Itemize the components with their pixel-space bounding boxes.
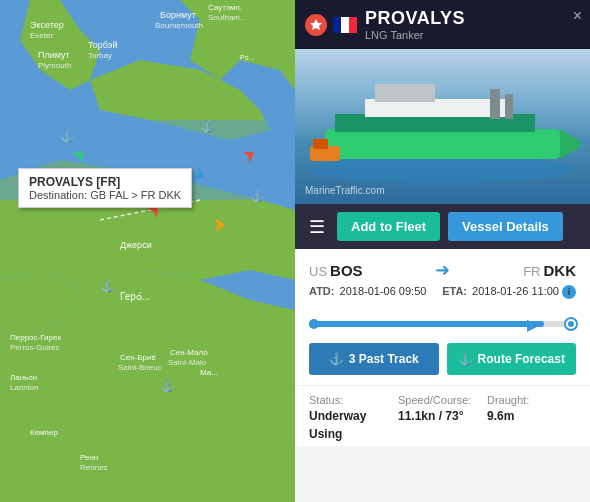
svg-text:Плимут: Плимут bbox=[38, 50, 70, 60]
svg-text:Кемпер: Кемпер bbox=[30, 428, 58, 437]
svg-text:⚓: ⚓ bbox=[60, 128, 75, 143]
svg-text:Rennes: Rennes bbox=[80, 463, 108, 472]
svg-text:Lannion: Lannion bbox=[10, 383, 38, 392]
header-info: PROVALYS LNG Tanker bbox=[365, 8, 580, 41]
eta-info: ETA: 2018-01-26 11:00 i bbox=[442, 285, 576, 299]
svg-text:⚓: ⚓ bbox=[100, 278, 115, 293]
watermark: MarineTraffic.com bbox=[305, 185, 384, 196]
svg-text:Po...: Po... bbox=[240, 54, 254, 61]
route-ports: USBOS ➜ FRDKK bbox=[309, 259, 576, 281]
past-track-icon: ⚓ bbox=[329, 352, 344, 366]
svg-text:Ма...: Ма... bbox=[200, 368, 218, 377]
tooltip-vessel-name: PROVALYS [FR] bbox=[29, 175, 181, 189]
menu-button[interactable]: ☰ bbox=[305, 216, 329, 238]
france-flag bbox=[333, 17, 357, 33]
speed-label: Speed/Course: bbox=[398, 394, 487, 406]
tooltip-destination: Destination: GB FAL > FR DKK bbox=[29, 189, 181, 201]
dest-country: FR bbox=[523, 264, 540, 279]
svg-text:Perros-Guirec: Perros-Guirec bbox=[10, 343, 60, 352]
svg-text:Перрос-Гирек: Перрос-Гирек bbox=[10, 333, 61, 342]
route-forecast-label: Route Forecast bbox=[478, 352, 565, 366]
ship-position-marker: ▶ bbox=[527, 315, 539, 334]
svg-rect-60 bbox=[313, 139, 328, 149]
svg-text:⚓: ⚓ bbox=[160, 378, 175, 393]
progress-start-dot bbox=[309, 319, 319, 329]
svg-text:⚓: ⚓ bbox=[250, 188, 265, 203]
route-arrow: ➜ bbox=[435, 259, 450, 281]
map-panel: Плимут Plymouth Торбэй Torbay Эксетер Ex… bbox=[0, 0, 295, 502]
svg-text:Southam..: Southam.. bbox=[208, 13, 244, 22]
svg-text:Торбэй: Торбэй bbox=[88, 40, 117, 50]
svg-rect-52 bbox=[325, 129, 560, 159]
status-label: Status: bbox=[309, 394, 398, 406]
map-tooltip: PROVALYS [FR] Destination: GB FAL > FR D… bbox=[18, 168, 192, 208]
svg-rect-49 bbox=[341, 17, 349, 33]
svg-text:⚓: ⚓ bbox=[200, 118, 215, 133]
svg-rect-56 bbox=[490, 89, 500, 119]
route-times: ATD: 2018-01-06 09:50 ETA: 2018-01-26 11… bbox=[309, 285, 576, 299]
vessel-panel: PROVALYS LNG Tanker × MarineTraffic.co bbox=[295, 0, 590, 502]
eta-info-icon[interactable]: i bbox=[562, 285, 576, 299]
atd-info: ATD: 2018-01-06 09:50 bbox=[309, 285, 426, 299]
vessel-details-button[interactable]: Vessel Details bbox=[448, 212, 563, 241]
action-buttons: ⚓ 3 Past Track ⚓ Route Forecast bbox=[295, 343, 590, 385]
progress-fill bbox=[309, 321, 544, 327]
svg-marker-58 bbox=[560, 129, 580, 159]
route-forecast-button[interactable]: ⚓ Route Forecast bbox=[447, 343, 577, 375]
close-button[interactable]: × bbox=[573, 8, 582, 24]
svg-text:Сен-Бриё: Сен-Бриё bbox=[120, 353, 156, 362]
svg-text:Ланьон: Ланьон bbox=[10, 373, 37, 382]
progress-container: ▶ bbox=[295, 311, 590, 343]
speed-value: 11.1kn / 73° bbox=[398, 409, 464, 423]
progress-track: ▶ bbox=[309, 321, 576, 327]
ship-image: MarineTraffic.com bbox=[295, 49, 590, 204]
status-value: Underway Using bbox=[309, 409, 366, 441]
add-to-fleet-button[interactable]: Add to Fleet bbox=[337, 212, 440, 241]
svg-rect-57 bbox=[505, 94, 513, 119]
header-flags bbox=[333, 17, 357, 33]
vessel-type: LNG Tanker bbox=[365, 29, 580, 41]
draught-label: Draught: bbox=[487, 394, 576, 406]
vessel-name: PROVALYS bbox=[365, 8, 580, 29]
svg-text:Геро́...: Геро́... bbox=[120, 291, 150, 302]
route-forecast-icon: ⚓ bbox=[458, 352, 473, 366]
svg-rect-55 bbox=[375, 84, 435, 102]
svg-text:Саутэмп.: Саутэмп. bbox=[208, 3, 242, 12]
status-bar: Status: Underway Using Speed/Course: 11.… bbox=[295, 385, 590, 446]
panel-header: PROVALYS LNG Tanker × bbox=[295, 0, 590, 49]
svg-text:Сен-Мало: Сен-Мало bbox=[170, 348, 208, 357]
origin-port: USBOS bbox=[309, 262, 363, 279]
svg-rect-50 bbox=[349, 17, 357, 33]
dest-port: FRDKK bbox=[523, 262, 576, 279]
status-item-speed: Speed/Course: 11.1kn / 73° bbox=[398, 394, 487, 442]
status-item-status: Status: Underway Using bbox=[309, 394, 398, 442]
route-info: USBOS ➜ FRDKK ATD: 2018-01-06 09:50 ETA:… bbox=[295, 249, 590, 311]
svg-text:Ренн: Ренн bbox=[80, 453, 98, 462]
origin-country: US bbox=[309, 264, 327, 279]
svg-text:Эксетер: Эксетер bbox=[30, 20, 64, 30]
panel-toolbar: ☰ Add to Fleet Vessel Details bbox=[295, 204, 590, 249]
svg-text:Saint-Brieuc: Saint-Brieuc bbox=[118, 363, 162, 372]
svg-rect-48 bbox=[333, 17, 341, 33]
vessel-type-badge bbox=[305, 14, 327, 36]
svg-text:Борнмут: Борнмут bbox=[160, 10, 196, 20]
svg-text:Plymouth: Plymouth bbox=[38, 61, 71, 70]
past-track-label: 3 Past Track bbox=[349, 352, 419, 366]
progress-end-dot bbox=[566, 319, 576, 329]
svg-text:Saint-Malo: Saint-Malo bbox=[168, 358, 207, 367]
svg-text:Torbay: Torbay bbox=[88, 51, 112, 60]
past-track-button[interactable]: ⚓ 3 Past Track bbox=[309, 343, 439, 375]
svg-text:Exeter: Exeter bbox=[30, 31, 53, 40]
svg-text:Bournemouth: Bournemouth bbox=[155, 21, 203, 30]
draught-value: 9.6m bbox=[487, 409, 514, 423]
svg-text:Джерси: Джерси bbox=[120, 240, 152, 250]
status-item-draught: Draught: 9.6m bbox=[487, 394, 576, 442]
